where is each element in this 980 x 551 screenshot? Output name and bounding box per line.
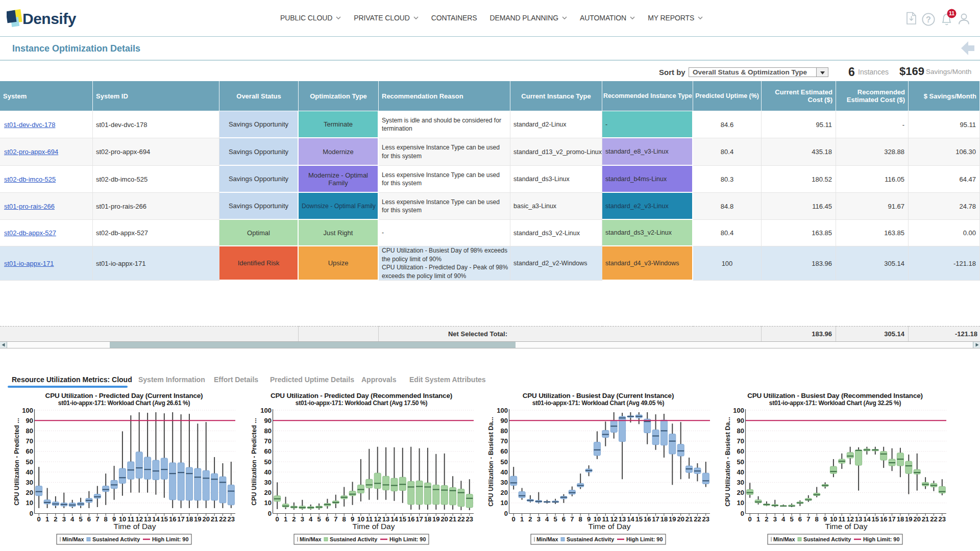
svg-text:19: 19 — [669, 515, 676, 523]
svg-text:0: 0 — [748, 515, 752, 523]
svg-text:60: 60 — [737, 447, 744, 455]
svg-text:High Limit: 90: High Limit: 90 — [389, 536, 426, 542]
svg-text:5: 5 — [790, 515, 793, 523]
svg-text:20: 20 — [737, 489, 744, 496]
svg-text:90: 90 — [26, 417, 33, 424]
svg-text:100: 100 — [497, 407, 508, 414]
svg-text:CPU Utilization - Busiest Da..: CPU Utilization - Busiest Da... — [487, 417, 495, 507]
svg-text:18: 18 — [186, 515, 193, 523]
svg-text:17: 17 — [177, 515, 184, 523]
svg-text:7: 7 — [334, 515, 337, 523]
svg-text:11: 11 — [949, 10, 954, 16]
svg-text:70: 70 — [26, 437, 33, 445]
svg-text:Min/Max: Min/Max — [536, 536, 558, 542]
svg-text:90: 90 — [501, 417, 508, 424]
svg-text:19: 19 — [194, 515, 201, 523]
svg-text:1: 1 — [45, 515, 49, 523]
svg-text:10: 10 — [26, 499, 33, 507]
svg-text:80: 80 — [737, 427, 744, 435]
svg-text:6: 6 — [326, 515, 329, 523]
svg-text:19: 19 — [432, 515, 439, 523]
svg-text:50: 50 — [26, 458, 33, 466]
svg-text:20: 20 — [264, 489, 272, 496]
svg-text:15: 15 — [872, 515, 879, 523]
svg-text:0: 0 — [268, 510, 272, 517]
svg-text:0: 0 — [30, 510, 33, 517]
svg-text:23: 23 — [939, 515, 946, 523]
svg-text:0: 0 — [504, 510, 508, 517]
svg-text:Sustained Activity: Sustained Activity — [567, 536, 614, 542]
svg-text:CPU Utilization - Busiest Day: CPU Utilization - Busiest Day (Recommend… — [747, 392, 923, 399]
svg-text:20: 20 — [501, 489, 508, 496]
svg-text:2: 2 — [765, 515, 768, 523]
svg-text:CPU Utilization - Predicted ..: CPU Utilization - Predicted ... — [13, 418, 20, 506]
svg-text:Time of Day: Time of Day — [114, 522, 156, 531]
svg-text:CPU Utilization - Predicted ..: CPU Utilization - Predicted ... — [251, 418, 258, 506]
svg-text:23: 23 — [702, 515, 709, 523]
svg-text:20: 20 — [440, 515, 448, 523]
svg-text:22: 22 — [457, 515, 464, 523]
svg-text:40: 40 — [264, 468, 272, 476]
svg-text:0: 0 — [741, 510, 744, 517]
svg-text:5: 5 — [553, 515, 557, 523]
svg-text:10: 10 — [501, 499, 508, 507]
svg-text:20: 20 — [202, 515, 209, 523]
svg-text:CPU Utilization - Predicted Da: CPU Utilization - Predicted Day (Current… — [45, 392, 203, 399]
svg-text:16: 16 — [880, 515, 887, 523]
svg-text:22: 22 — [930, 515, 937, 523]
svg-text:3: 3 — [773, 515, 777, 523]
svg-text:90: 90 — [264, 417, 272, 424]
svg-text:6: 6 — [798, 515, 802, 523]
svg-text:16: 16 — [169, 515, 176, 523]
svg-text:8: 8 — [579, 515, 582, 523]
svg-text:Densify: Densify — [22, 10, 77, 27]
svg-text:High Limit: 90: High Limit: 90 — [626, 536, 663, 542]
svg-text:100: 100 — [733, 407, 744, 414]
svg-text:15: 15 — [161, 515, 168, 523]
svg-text:Time of Day: Time of Day — [589, 522, 631, 531]
svg-text:70: 70 — [264, 437, 272, 445]
svg-text:23: 23 — [228, 515, 235, 523]
svg-text:8: 8 — [342, 515, 346, 523]
svg-text:st01-io-appx-171: Workload Cha: st01-io-appx-171: Workload Chart (Avg 32… — [769, 399, 901, 407]
svg-text:st01-io-appx-171: Workload Cha: st01-io-appx-171: Workload Chart (Avg 49… — [532, 399, 665, 407]
svg-text:8: 8 — [104, 515, 108, 523]
svg-text:4: 4 — [309, 515, 313, 523]
svg-text:90: 90 — [737, 417, 744, 424]
svg-text:18: 18 — [660, 515, 668, 523]
svg-text:10: 10 — [737, 499, 744, 507]
svg-text:6: 6 — [562, 515, 566, 523]
svg-text:60: 60 — [501, 447, 508, 455]
svg-text:2: 2 — [292, 515, 296, 523]
svg-text:22: 22 — [694, 515, 701, 523]
svg-text:5: 5 — [79, 515, 82, 523]
svg-text:6: 6 — [87, 515, 91, 523]
svg-text:18: 18 — [424, 515, 431, 523]
svg-text:?: ? — [926, 15, 931, 24]
svg-text:21: 21 — [685, 515, 693, 523]
svg-text:50: 50 — [264, 458, 272, 466]
svg-text:Sustained Activity: Sustained Activity — [803, 536, 851, 542]
svg-text:High Limit: 90: High Limit: 90 — [863, 536, 899, 542]
svg-text:Min/Max: Min/Max — [773, 536, 795, 542]
svg-text:7: 7 — [806, 515, 810, 523]
svg-text:60: 60 — [26, 447, 33, 455]
svg-text:2: 2 — [528, 515, 532, 523]
svg-text:1: 1 — [284, 515, 287, 523]
svg-text:22: 22 — [219, 515, 226, 523]
svg-text:21: 21 — [922, 515, 929, 523]
svg-text:4: 4 — [70, 515, 75, 523]
svg-text:4: 4 — [781, 515, 786, 523]
svg-text:80: 80 — [264, 427, 272, 435]
svg-text:17: 17 — [652, 515, 659, 523]
svg-text:17: 17 — [888, 515, 895, 523]
svg-text:19: 19 — [905, 515, 912, 523]
svg-text:Time of Day: Time of Day — [825, 522, 868, 531]
svg-text:40: 40 — [501, 468, 508, 476]
svg-text:15: 15 — [635, 515, 643, 523]
svg-text:0: 0 — [512, 515, 516, 523]
svg-text:2: 2 — [54, 515, 57, 523]
svg-text:100: 100 — [22, 407, 33, 414]
svg-text:7: 7 — [95, 515, 99, 523]
svg-text:17: 17 — [415, 515, 423, 523]
